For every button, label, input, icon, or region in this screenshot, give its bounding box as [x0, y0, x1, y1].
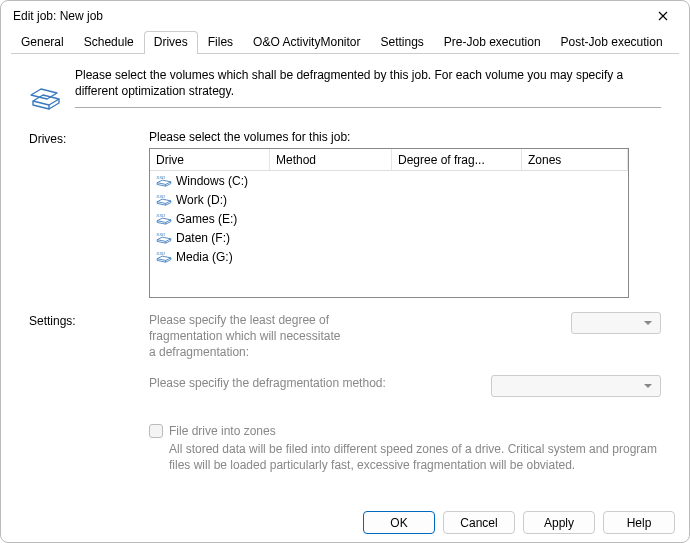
- col-header-method[interactable]: Method: [270, 149, 392, 170]
- apply-button[interactable]: Apply: [523, 511, 595, 534]
- col-header-zones[interactable]: Zones: [522, 149, 628, 170]
- ssd-drive-icon: SSD: [156, 213, 172, 225]
- drive-name: Windows (C:): [176, 174, 248, 188]
- table-row[interactable]: SSDWindows (C:): [150, 171, 628, 190]
- drive-name: Work (D:): [176, 193, 227, 207]
- table-row[interactable]: SSDMedia (G:): [150, 247, 628, 266]
- svg-text:SSD: SSD: [156, 194, 165, 199]
- button-bar: OK Cancel Apply Help: [363, 511, 675, 534]
- drives-header-icon: [29, 63, 65, 116]
- drive-name: Daten (F:): [176, 231, 230, 245]
- drive-name: Games (E:): [176, 212, 237, 226]
- close-button[interactable]: [641, 2, 685, 30]
- svg-text:SSD: SSD: [156, 213, 165, 218]
- table-header: Drive Method Degree of frag... Zones: [150, 149, 628, 171]
- method-select[interactable]: [491, 375, 661, 397]
- settings-section-label: Settings:: [29, 312, 149, 473]
- help-button[interactable]: Help: [603, 511, 675, 534]
- drives-prompt: Please select the volumes for this job:: [149, 130, 661, 144]
- tab-drives[interactable]: Drives: [144, 31, 198, 53]
- svg-text:SSD: SSD: [156, 232, 165, 237]
- frag-degree-label: Please specify the least degree of fragm…: [149, 312, 370, 361]
- close-icon: [658, 11, 668, 21]
- zones-description: All stored data will be filed into diffe…: [149, 441, 661, 473]
- tab-settings[interactable]: Settings: [370, 31, 433, 53]
- svg-text:SSD: SSD: [156, 175, 165, 180]
- ssd-drive-icon: SSD: [156, 175, 172, 187]
- table-row[interactable]: SSDWork (D:): [150, 190, 628, 209]
- drives-table[interactable]: Drive Method Degree of frag... Zones SSD…: [149, 148, 629, 298]
- tab-activity-monitor[interactable]: O&O ActivityMonitor: [243, 31, 370, 53]
- titlebar: Edit job: New job: [1, 1, 689, 31]
- tab-files[interactable]: Files: [198, 31, 243, 53]
- tab-bar: General Schedule Drives Files O&O Activi…: [1, 31, 689, 53]
- drives-section-label: Drives:: [29, 130, 149, 298]
- zones-checkbox-label: File drive into zones: [169, 423, 276, 439]
- svg-text:SSD: SSD: [156, 251, 165, 256]
- col-header-drive[interactable]: Drive: [150, 149, 270, 170]
- cancel-button[interactable]: Cancel: [443, 511, 515, 534]
- divider: [75, 107, 661, 108]
- col-header-frag[interactable]: Degree of frag...: [392, 149, 522, 170]
- window-title: Edit job: New job: [13, 9, 103, 23]
- tab-post-job[interactable]: Post-Job execution: [551, 31, 673, 53]
- ssd-drive-icon: SSD: [156, 232, 172, 244]
- zones-checkbox[interactable]: [149, 424, 163, 438]
- intro-text: Please select the volumes which shall be…: [75, 67, 661, 99]
- tab-general[interactable]: General: [11, 31, 74, 53]
- tab-pre-job[interactable]: Pre-Job execution: [434, 31, 551, 53]
- method-label: Please specifiy the defragmentation meth…: [149, 375, 491, 391]
- drive-name: Media (G:): [176, 250, 233, 264]
- table-row[interactable]: SSDGames (E:): [150, 209, 628, 228]
- ssd-drive-icon: SSD: [156, 251, 172, 263]
- frag-degree-select[interactable]: [571, 312, 661, 334]
- table-row[interactable]: SSDDaten (F:): [150, 228, 628, 247]
- ok-button[interactable]: OK: [363, 511, 435, 534]
- tab-schedule[interactable]: Schedule: [74, 31, 144, 53]
- ssd-drive-icon: SSD: [156, 194, 172, 206]
